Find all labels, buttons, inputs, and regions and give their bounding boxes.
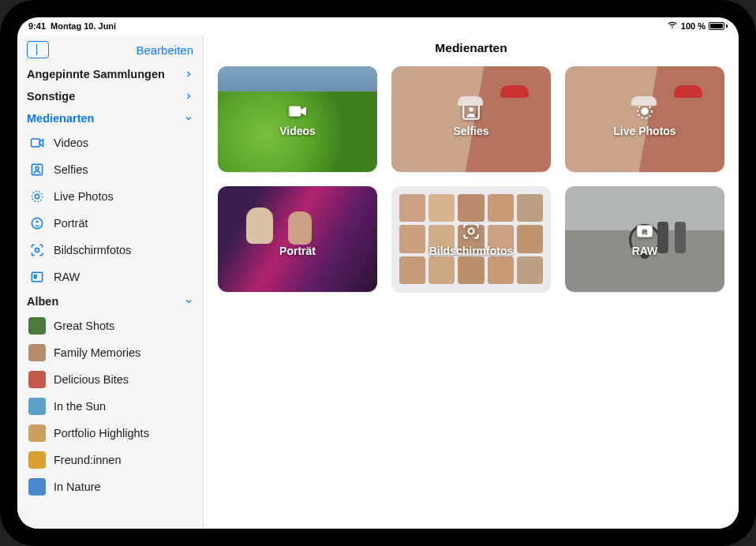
- sidebar-section-label: Sonstige: [27, 90, 176, 103]
- main-header: Medienarten: [204, 35, 739, 62]
- chevron-right-icon: [184, 92, 193, 101]
- tile-portrait[interactable]: Porträt: [218, 186, 377, 292]
- battery-icon: [709, 22, 728, 30]
- tile-label: Selfies: [453, 125, 488, 137]
- sidebar-album-item[interactable]: In Nature: [17, 473, 203, 500]
- svg-point-4: [35, 194, 39, 198]
- sidebar-section-other[interactable]: Sonstige: [17, 85, 203, 107]
- svg-point-3: [36, 166, 39, 170]
- tile-label: Live Photos: [613, 125, 676, 137]
- sidebar-item-label: Great Shots: [54, 320, 193, 332]
- portrait-icon: [28, 215, 46, 232]
- sidebar-item-screenshots[interactable]: Bildschirmfotos: [17, 237, 203, 264]
- ipad-device-frame: 9:41 Montag 10. Juni 100 %: [0, 0, 756, 546]
- svg-point-5: [32, 191, 42, 201]
- svg-point-15: [469, 228, 474, 234]
- sidebar-list: Angepinnte Sammlungen Sonstige Medienart…: [17, 63, 203, 529]
- sidebar: Bearbeiten Angepinnte Sammlungen Sonstig…: [17, 35, 204, 529]
- sidebar-item-label: In Nature: [54, 481, 193, 493]
- sidebar-section-media-types[interactable]: Medienarten: [17, 107, 203, 129]
- tile-label: Bildschirmfotos: [429, 245, 514, 257]
- sidebar-item-label: In the Sun: [54, 400, 193, 413]
- tile-selfies[interactable]: Selfies: [391, 66, 551, 172]
- svg-point-12: [642, 108, 647, 114]
- sidebar-item-raw[interactable]: RAW: [17, 264, 203, 290]
- tile-raw[interactable]: R RAW: [565, 186, 724, 292]
- sidebar-section-albums[interactable]: Alben: [17, 290, 203, 312]
- status-bar: 9:41 Montag 10. Juni 100 %: [17, 17, 739, 35]
- livephoto-icon: [28, 188, 46, 205]
- sidebar-item-live-photos[interactable]: Live Photos: [17, 183, 203, 210]
- portrait-icon: [287, 221, 308, 241]
- tile-label: Videos: [279, 125, 316, 137]
- livephoto-icon: [634, 101, 655, 122]
- screenshot-icon: [28, 241, 46, 259]
- chevron-down-icon: [184, 297, 193, 306]
- sidebar-toggle-button[interactable]: [27, 41, 49, 58]
- sidebar-item-label: Delicious Bites: [54, 373, 193, 386]
- svg-rect-9: [289, 106, 301, 116]
- media-types-grid: Videos Selfies Live Photos: [204, 62, 739, 306]
- svg-rect-1: [32, 139, 40, 147]
- sidebar-section-label: Alben: [27, 295, 176, 308]
- screen: 9:41 Montag 10. Juni 100 %: [17, 17, 739, 529]
- svg-point-14: [290, 224, 305, 238]
- sidebar-item-label: Family Memories: [54, 346, 193, 359]
- battery-text: 100 %: [681, 21, 705, 31]
- album-thumb: [28, 371, 46, 388]
- sidebar-album-item[interactable]: Delicious Bites: [17, 366, 203, 393]
- album-thumb: [28, 424, 46, 442]
- sidebar-album-item[interactable]: Great Shots: [17, 312, 203, 339]
- album-thumb: [28, 398, 46, 415]
- sidebar-item-label: Selfies: [54, 163, 193, 176]
- album-thumb: [28, 478, 46, 496]
- video-icon: [28, 134, 46, 151]
- svg-point-0: [672, 28, 672, 29]
- tile-label: RAW: [632, 245, 658, 257]
- page-title: Medienarten: [435, 41, 507, 55]
- album-thumb: [28, 451, 46, 469]
- video-icon: [287, 101, 308, 122]
- status-date: Montag 10. Juni: [51, 21, 116, 31]
- album-thumb: [28, 344, 46, 361]
- sidebar-section-label: Medienarten: [27, 112, 176, 125]
- sidebar-album-item[interactable]: Family Memories: [17, 339, 203, 366]
- album-thumb: [28, 317, 46, 335]
- wifi-icon: [667, 20, 678, 32]
- status-time: 9:41: [28, 21, 46, 31]
- content-split: Bearbeiten Angepinnte Sammlungen Sonstig…: [17, 35, 739, 529]
- tile-label: Porträt: [279, 245, 316, 257]
- sidebar-item-label: Videos: [54, 136, 193, 149]
- tile-videos[interactable]: Videos: [218, 66, 377, 172]
- sidebar-item-label: Bildschirmfotos: [54, 244, 193, 256]
- sidebar-item-label: RAW: [54, 271, 193, 283]
- tile-screenshots[interactable]: Bildschirmfotos: [391, 186, 551, 292]
- sidebar-album-item[interactable]: Portfolio Highlights: [17, 420, 203, 447]
- edit-button[interactable]: Bearbeiten: [136, 43, 193, 57]
- svg-point-6: [32, 218, 42, 228]
- chevron-right-icon: [184, 69, 193, 79]
- selfie-icon: [28, 161, 46, 178]
- sidebar-item-label: Portfolio Highlights: [54, 427, 193, 439]
- sidebar-item-label: Freund:innen: [54, 454, 193, 466]
- sidebar-item-videos[interactable]: Videos: [17, 129, 203, 156]
- sidebar-section-label: Angepinnte Sammlungen: [27, 68, 176, 80]
- tile-live-photos[interactable]: Live Photos: [565, 66, 724, 172]
- svg-point-11: [469, 107, 473, 112]
- sidebar-album-item[interactable]: Freund:innen: [17, 447, 203, 473]
- sidebar-album-item[interactable]: In the Sun: [17, 393, 203, 420]
- sidebar-header: Bearbeiten: [17, 35, 203, 63]
- sidebar-item-selfies[interactable]: Selfies: [17, 156, 203, 183]
- raw-icon: [28, 268, 46, 286]
- sidebar-section-pinned[interactable]: Angepinnte Sammlungen: [17, 63, 203, 85]
- selfie-icon: [461, 101, 481, 122]
- sidebar-item-label: Live Photos: [54, 190, 193, 203]
- main-panel: Medienarten Videos Selfies: [204, 35, 739, 529]
- svg-point-7: [36, 249, 39, 252]
- sidebar-item-portrait[interactable]: Porträt: [17, 210, 203, 237]
- screenshot-icon: [461, 221, 481, 241]
- raw-icon: R: [634, 221, 655, 241]
- sidebar-item-label: Porträt: [54, 217, 193, 230]
- chevron-down-icon: [184, 114, 193, 123]
- svg-text:R: R: [642, 227, 647, 236]
